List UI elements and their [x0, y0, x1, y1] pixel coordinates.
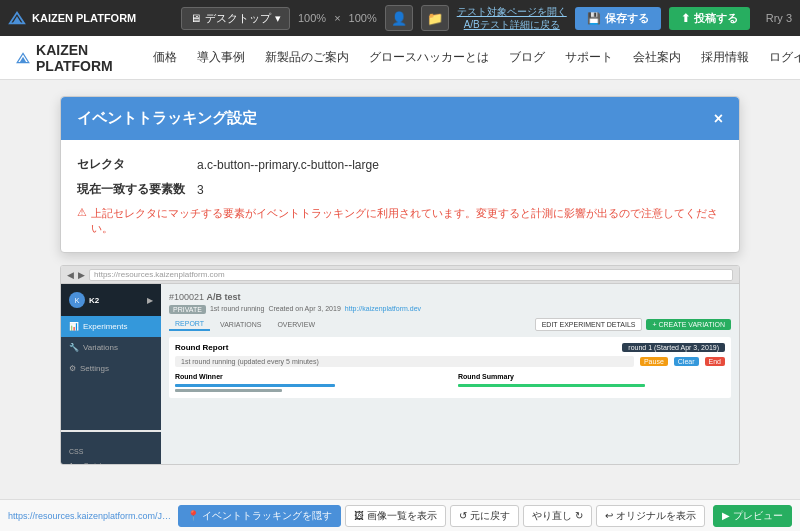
preview-tab-report[interactable]: REPORT — [169, 318, 210, 331]
css-label-area — [61, 430, 161, 432]
user-icon: 👤 — [391, 11, 407, 26]
preview-sidebar-variations[interactable]: 🔧 Variations — [61, 337, 161, 358]
preview-nav-back[interactable]: ◀ — [67, 270, 74, 280]
preview-sidebar-settings[interactable]: ⚙ Settings — [61, 358, 161, 379]
preview-experiments-label: Experiments — [83, 322, 127, 331]
preview-badge-created: Created on Apr 3, 2019 — [268, 305, 340, 314]
modal-body: セレクタ a.c-button--primary.c-button--large… — [61, 140, 739, 252]
warning-row: ⚠ 上記セレクタにマッチする要素がイベントトラッキングに利用されています。変更す… — [77, 206, 723, 236]
preview-winner-bar — [175, 384, 335, 387]
top-logo-text: KAIZEN PLATFORM — [32, 12, 136, 24]
test-link[interactable]: テスト対象ページを開く A/Bテスト詳細に戻る — [457, 5, 567, 31]
post-label: 投稿する — [694, 11, 738, 26]
save-button[interactable]: 💾 保存する — [575, 7, 661, 30]
save-label: 保存する — [605, 11, 649, 26]
preview-bottom-labels: CSS JavaScript — [61, 439, 161, 465]
user-icon-button[interactable]: 👤 — [385, 5, 413, 31]
warning-icon: ⚠ — [77, 206, 87, 219]
nav-item-support[interactable]: サポート — [565, 49, 613, 66]
main-content: イベントトラッキング設定 × セレクタ a.c-button--primary.… — [0, 80, 800, 531]
preview-sidebar-experiments[interactable]: 📊 Experiments — [61, 316, 161, 337]
preview-content: K K2 ▶ 📊 Experiments 🔧 Variations ⚙ Sett… — [61, 284, 739, 465]
folder-icon: 📁 — [427, 11, 443, 26]
original-label: オリジナルを表示 — [616, 509, 696, 523]
preview-btn-create[interactable]: + CREATE VARIATION — [646, 319, 731, 330]
preview-variations-label: Variations — [83, 343, 118, 352]
undo-button[interactable]: ↺ 元に戻す — [450, 505, 519, 527]
top-toolbar: KAIZEN PLATFORM 🖥 デスクトップ ▾ 100% × 100% 👤… — [0, 0, 800, 36]
match-label: 現在一致する要素数 — [77, 181, 197, 198]
preview-ab-title: A/B test — [207, 292, 241, 302]
nav-item-products[interactable]: 新製品のご案内 — [265, 49, 349, 66]
event-tracking-modal: イベントトラッキング設定 × セレクタ a.c-button--primary.… — [60, 96, 740, 253]
desktop-selector[interactable]: 🖥 デスクトップ ▾ — [181, 7, 290, 30]
preview-variations-icon: 🔧 — [69, 343, 79, 352]
preview-btn-edit[interactable]: EDIT EXPERIMENT DETAILS — [535, 318, 643, 331]
preview-nav-forward[interactable]: ▶ — [78, 270, 85, 280]
tracking-toggle-button[interactable]: 📍 イベントトラッキングを隠す — [178, 505, 341, 527]
preview-label: プレビュー — [733, 509, 783, 523]
preview-btn-clear[interactable]: Clear — [674, 357, 699, 366]
preview-tab-overview[interactable]: OVERVIEW — [271, 319, 321, 330]
preview-tab-variations[interactable]: VARIATIONS — [214, 319, 267, 330]
preview-round-title: Round Report — [175, 343, 228, 352]
preview-chart-icon: 📊 — [69, 322, 79, 331]
original-icon: ↩ — [605, 510, 613, 521]
preview-winner-label: Round Winner — [175, 373, 442, 380]
preview-tabs-row: REPORT VARIATIONS OVERVIEW EDIT EXPERIME… — [169, 318, 731, 331]
post-button[interactable]: ⬆ 投稿する — [669, 7, 750, 30]
bottom-url: https://resources.kaizenplatform.com/JP-… — [8, 511, 174, 521]
preview-btn-end[interactable]: End — [705, 357, 725, 366]
preview-summary-label: Round Summary — [458, 373, 725, 380]
nav-item-cases[interactable]: 導入事例 — [197, 49, 245, 66]
preview-round-header: Round Report round 1 (Started Apr 3, 201… — [175, 343, 725, 352]
kaizen-logo-icon — [8, 9, 26, 27]
modal-header: イベントトラッキング設定 × — [61, 97, 739, 140]
preview-btn-pause[interactable]: Pause — [640, 357, 668, 366]
preview-badge-running: 1st round running — [210, 305, 264, 314]
preview-round-sub: round 1 (Started Apr 3, 2019) — [622, 343, 725, 352]
tracking-label: イベントトラッキングを隠す — [202, 509, 332, 523]
nav-item-price[interactable]: 価格 — [153, 49, 177, 66]
preview-running-notice: 1st round running (updated every 5 minut… — [175, 356, 634, 367]
undo-icon: ↺ — [459, 510, 467, 521]
modal-close-button[interactable]: × — [714, 110, 723, 128]
preview-url-bar: https://resources.kaizenplatform.com — [89, 269, 733, 281]
preview-ab-id: #100021 A/B test — [169, 292, 731, 302]
nav-item-recruit[interactable]: 採用情報 — [701, 49, 749, 66]
zoom-x: 100% — [298, 12, 326, 24]
nav-item-company[interactable]: 会社案内 — [633, 49, 681, 66]
images-list-button[interactable]: 🖼 画像一覧を表示 — [345, 505, 446, 527]
original-display-button[interactable]: ↩ オリジナルを表示 — [596, 505, 705, 527]
redo-icon: ↻ — [575, 510, 583, 521]
nav-item-growth[interactable]: グロースハッカーとは — [369, 49, 489, 66]
undo-label: 元に戻す — [470, 509, 510, 523]
preview-k2-label: K2 — [89, 296, 99, 305]
redo-button[interactable]: やり直し ↻ — [523, 505, 592, 527]
test-link-line2: A/Bテスト詳細に戻る — [457, 18, 567, 31]
folder-icon-button[interactable]: 📁 — [421, 5, 449, 31]
zoom-sep: × — [334, 12, 340, 24]
match-value: 3 — [197, 183, 204, 197]
selector-label: セレクタ — [77, 156, 197, 173]
preview-winner-col: Round Winner — [175, 373, 442, 392]
images-label: 画像一覧を表示 — [367, 509, 437, 523]
preview-running-row: 1st round running (updated every 5 minut… — [175, 356, 725, 367]
tracking-icon: 📍 — [187, 510, 199, 521]
preview-round-card: Round Report round 1 (Started Apr 3, 201… — [169, 337, 731, 398]
selector-value: a.c-button--primary.c-button--large — [197, 158, 379, 172]
upload-icon: ⬆ — [681, 12, 690, 25]
preview-icon: ▶ — [722, 510, 730, 521]
nav-logo: KAIZEN PLATFORM — [16, 42, 121, 74]
warning-text: 上記セレクタにマッチする要素がイベントトラッキングに利用されています。変更すると… — [91, 206, 723, 236]
preview-settings-icon: ⚙ — [69, 364, 76, 373]
monitor-icon: 🖥 — [190, 12, 201, 24]
preview-pane: ◀ ▶ https://resources.kaizenplatform.com… — [60, 265, 740, 465]
preview-winner-bar2 — [175, 389, 282, 392]
nav-item-login[interactable]: ログイン — [769, 49, 800, 66]
nav-item-blog[interactable]: ブログ — [509, 49, 545, 66]
preview-avatar: K — [69, 292, 85, 308]
preview-button[interactable]: ▶ プレビュー — [713, 505, 792, 527]
top-logo: KAIZEN PLATFORM — [8, 9, 136, 27]
zoom-y: 100% — [349, 12, 377, 24]
